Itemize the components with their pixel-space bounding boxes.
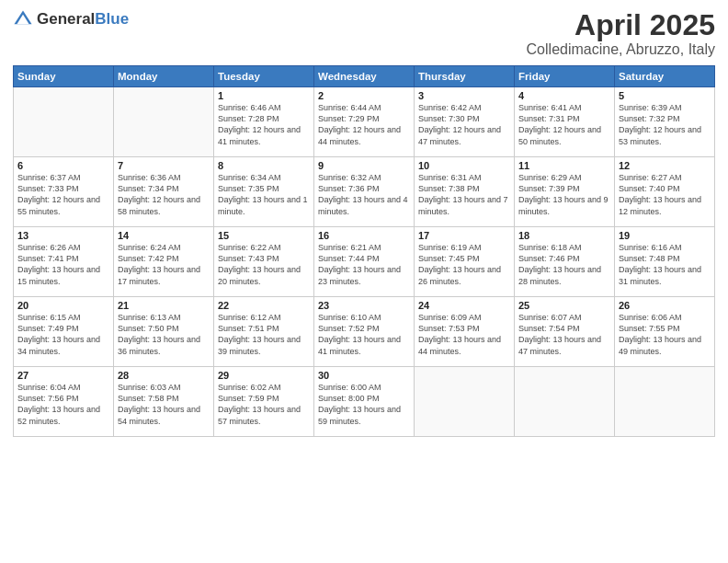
weekday-header-row: SundayMondayTuesdayWednesdayThursdayFrid… [14, 66, 715, 87]
logo-general: GeneralBlue [37, 10, 129, 29]
day-number: 1 [218, 90, 310, 101]
day-detail: Sunrise: 6:00 AMSunset: 8:00 PMDaylight:… [318, 382, 410, 427]
day-number: 7 [118, 160, 210, 171]
calendar-title: April 2025 [527, 9, 715, 41]
day-number: 24 [418, 300, 510, 311]
calendar-cell [14, 87, 114, 157]
day-number: 3 [418, 90, 510, 101]
weekday-header-tuesday: Tuesday [214, 66, 314, 87]
day-detail: Sunrise: 6:13 AMSunset: 7:50 PMDaylight:… [118, 312, 210, 357]
calendar-cell: 10Sunrise: 6:31 AMSunset: 7:38 PMDayligh… [415, 157, 515, 227]
calendar-cell: 21Sunrise: 6:13 AMSunset: 7:50 PMDayligh… [114, 297, 214, 367]
day-number: 5 [619, 90, 711, 101]
day-detail: Sunrise: 6:37 AMSunset: 7:33 PMDaylight:… [17, 172, 109, 217]
calendar-cell: 25Sunrise: 6:07 AMSunset: 7:54 PMDayligh… [515, 297, 615, 367]
calendar-cell [515, 367, 615, 437]
day-number: 26 [619, 300, 711, 311]
calendar-week-row: 6Sunrise: 6:37 AMSunset: 7:33 PMDaylight… [14, 157, 715, 227]
calendar-cell: 15Sunrise: 6:22 AMSunset: 7:43 PMDayligh… [214, 227, 314, 297]
day-detail: Sunrise: 6:39 AMSunset: 7:32 PMDaylight:… [619, 102, 711, 147]
calendar-week-row: 13Sunrise: 6:26 AMSunset: 7:41 PMDayligh… [14, 227, 715, 297]
calendar-cell: 5Sunrise: 6:39 AMSunset: 7:32 PMDaylight… [615, 87, 715, 157]
day-number: 29 [218, 370, 310, 381]
day-number: 21 [118, 300, 210, 311]
calendar-cell: 29Sunrise: 6:02 AMSunset: 7:59 PMDayligh… [214, 367, 314, 437]
day-detail: Sunrise: 6:12 AMSunset: 7:51 PMDaylight:… [218, 312, 310, 357]
day-number: 14 [118, 230, 210, 241]
calendar-cell: 4Sunrise: 6:41 AMSunset: 7:31 PMDaylight… [515, 87, 615, 157]
day-number: 2 [318, 90, 410, 101]
calendar-week-row: 20Sunrise: 6:15 AMSunset: 7:49 PMDayligh… [14, 297, 715, 367]
day-detail: Sunrise: 6:03 AMSunset: 7:58 PMDaylight:… [118, 382, 210, 427]
calendar-cell: 13Sunrise: 6:26 AMSunset: 7:41 PMDayligh… [14, 227, 114, 297]
calendar-week-row: 27Sunrise: 6:04 AMSunset: 7:56 PMDayligh… [14, 367, 715, 437]
calendar-cell: 3Sunrise: 6:42 AMSunset: 7:30 PMDaylight… [415, 87, 515, 157]
day-detail: Sunrise: 6:24 AMSunset: 7:42 PMDaylight:… [118, 242, 210, 287]
day-number: 19 [619, 230, 711, 241]
day-detail: Sunrise: 6:46 AMSunset: 7:28 PMDaylight:… [218, 102, 310, 147]
day-number: 6 [17, 160, 109, 171]
day-detail: Sunrise: 6:27 AMSunset: 7:40 PMDaylight:… [619, 172, 711, 217]
day-number: 8 [218, 160, 310, 171]
day-detail: Sunrise: 6:36 AMSunset: 7:34 PMDaylight:… [118, 172, 210, 217]
day-number: 20 [17, 300, 109, 311]
calendar-cell: 17Sunrise: 6:19 AMSunset: 7:45 PMDayligh… [415, 227, 515, 297]
day-number: 23 [318, 300, 410, 311]
calendar-page: GeneralBlue April 2025 Colledimacine, Ab… [0, 0, 728, 563]
day-number: 10 [418, 160, 510, 171]
calendar-cell: 7Sunrise: 6:36 AMSunset: 7:34 PMDaylight… [114, 157, 214, 227]
calendar-cell: 16Sunrise: 6:21 AMSunset: 7:44 PMDayligh… [314, 227, 415, 297]
day-detail: Sunrise: 6:44 AMSunset: 7:29 PMDaylight:… [318, 102, 410, 147]
day-number: 22 [218, 300, 310, 311]
calendar-cell [114, 87, 214, 157]
day-number: 17 [418, 230, 510, 241]
title-block: April 2025 Colledimacine, Abruzzo, Italy [527, 9, 715, 58]
day-number: 9 [318, 160, 410, 171]
day-detail: Sunrise: 6:02 AMSunset: 7:59 PMDaylight:… [218, 382, 310, 427]
calendar-week-row: 1Sunrise: 6:46 AMSunset: 7:28 PMDaylight… [14, 87, 715, 157]
calendar-cell: 1Sunrise: 6:46 AMSunset: 7:28 PMDaylight… [214, 87, 314, 157]
logo: GeneralBlue [13, 9, 129, 29]
weekday-header-monday: Monday [114, 66, 214, 87]
calendar-cell: 27Sunrise: 6:04 AMSunset: 7:56 PMDayligh… [14, 367, 114, 437]
weekday-header-thursday: Thursday [415, 66, 515, 87]
day-number: 28 [118, 370, 210, 381]
day-detail: Sunrise: 6:18 AMSunset: 7:46 PMDaylight:… [518, 242, 610, 287]
day-detail: Sunrise: 6:16 AMSunset: 7:48 PMDaylight:… [619, 242, 711, 287]
day-detail: Sunrise: 6:32 AMSunset: 7:36 PMDaylight:… [318, 172, 410, 217]
day-detail: Sunrise: 6:19 AMSunset: 7:45 PMDaylight:… [418, 242, 510, 287]
day-number: 15 [218, 230, 310, 241]
calendar-cell: 30Sunrise: 6:00 AMSunset: 8:00 PMDayligh… [314, 367, 415, 437]
calendar-cell: 24Sunrise: 6:09 AMSunset: 7:53 PMDayligh… [415, 297, 515, 367]
day-detail: Sunrise: 6:21 AMSunset: 7:44 PMDaylight:… [318, 242, 410, 287]
weekday-header-sunday: Sunday [14, 66, 114, 87]
day-number: 11 [518, 160, 610, 171]
day-detail: Sunrise: 6:22 AMSunset: 7:43 PMDaylight:… [218, 242, 310, 287]
day-detail: Sunrise: 6:07 AMSunset: 7:54 PMDaylight:… [518, 312, 610, 357]
calendar-cell: 22Sunrise: 6:12 AMSunset: 7:51 PMDayligh… [214, 297, 314, 367]
day-detail: Sunrise: 6:09 AMSunset: 7:53 PMDaylight:… [418, 312, 510, 357]
day-detail: Sunrise: 6:04 AMSunset: 7:56 PMDaylight:… [17, 382, 109, 427]
day-detail: Sunrise: 6:10 AMSunset: 7:52 PMDaylight:… [318, 312, 410, 357]
calendar-cell: 2Sunrise: 6:44 AMSunset: 7:29 PMDaylight… [314, 87, 415, 157]
day-detail: Sunrise: 6:06 AMSunset: 7:55 PMDaylight:… [619, 312, 711, 357]
calendar-cell: 18Sunrise: 6:18 AMSunset: 7:46 PMDayligh… [515, 227, 615, 297]
day-detail: Sunrise: 6:26 AMSunset: 7:41 PMDaylight:… [17, 242, 109, 287]
day-detail: Sunrise: 6:34 AMSunset: 7:35 PMDaylight:… [218, 172, 310, 217]
day-number: 25 [518, 300, 610, 311]
day-detail: Sunrise: 6:41 AMSunset: 7:31 PMDaylight:… [518, 102, 610, 147]
calendar-table: SundayMondayTuesdayWednesdayThursdayFrid… [13, 65, 715, 437]
calendar-cell: 11Sunrise: 6:29 AMSunset: 7:39 PMDayligh… [515, 157, 615, 227]
day-number: 16 [318, 230, 410, 241]
calendar-cell: 9Sunrise: 6:32 AMSunset: 7:36 PMDaylight… [314, 157, 415, 227]
calendar-cell: 14Sunrise: 6:24 AMSunset: 7:42 PMDayligh… [114, 227, 214, 297]
logo-icon [13, 9, 33, 29]
calendar-cell: 26Sunrise: 6:06 AMSunset: 7:55 PMDayligh… [615, 297, 715, 367]
calendar-cell [415, 367, 515, 437]
weekday-header-friday: Friday [515, 66, 615, 87]
calendar-cell: 8Sunrise: 6:34 AMSunset: 7:35 PMDaylight… [214, 157, 314, 227]
calendar-subtitle: Colledimacine, Abruzzo, Italy [527, 41, 715, 58]
weekday-header-wednesday: Wednesday [314, 66, 415, 87]
day-detail: Sunrise: 6:29 AMSunset: 7:39 PMDaylight:… [518, 172, 610, 217]
weekday-header-saturday: Saturday [615, 66, 715, 87]
